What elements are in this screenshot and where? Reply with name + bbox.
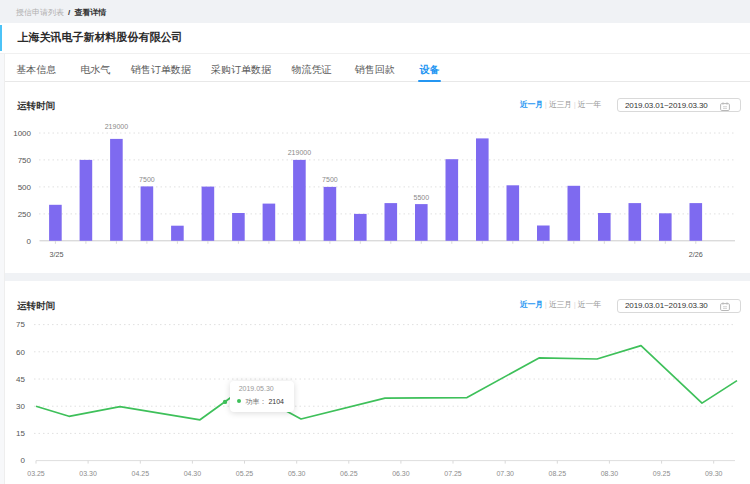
svg-text:15: 15: [16, 429, 25, 438]
svg-text:750: 750: [18, 156, 32, 165]
svg-text:219000: 219000: [288, 149, 311, 156]
svg-text:06.30: 06.30: [392, 470, 410, 477]
svg-text:45: 45: [16, 375, 25, 384]
svg-text:07.25: 07.25: [444, 470, 462, 477]
svg-text:7500: 7500: [139, 176, 155, 183]
svg-text:2/26: 2/26: [689, 250, 703, 259]
svg-text:30: 30: [16, 402, 25, 411]
svg-text:03.25: 03.25: [27, 470, 45, 477]
svg-text:05.30: 05.30: [288, 470, 306, 477]
svg-text:07.30: 07.30: [496, 470, 514, 477]
svg-text:09.25: 09.25: [653, 470, 671, 477]
svg-text:04.30: 04.30: [184, 470, 202, 477]
svg-text:09.30: 09.30: [705, 470, 723, 477]
svg-text:7500: 7500: [322, 176, 338, 183]
svg-text:03.30: 03.30: [79, 470, 97, 477]
svg-text:5500: 5500: [414, 194, 430, 201]
svg-text:75: 75: [16, 320, 25, 329]
svg-text:60: 60: [16, 348, 25, 357]
svg-text:219000: 219000: [105, 123, 128, 130]
svg-text:04.25: 04.25: [132, 470, 150, 477]
svg-text:0: 0: [27, 237, 32, 246]
svg-text:1000: 1000: [13, 129, 31, 138]
svg-text:06.25: 06.25: [340, 470, 358, 477]
svg-text:08.25: 08.25: [549, 470, 567, 477]
svg-text:05.25: 05.25: [236, 470, 254, 477]
svg-text:0: 0: [21, 456, 26, 465]
svg-text:3/25: 3/25: [49, 250, 63, 259]
svg-text:500: 500: [18, 183, 32, 192]
svg-text:08.30: 08.30: [601, 470, 619, 477]
svg-text:250: 250: [18, 210, 32, 219]
